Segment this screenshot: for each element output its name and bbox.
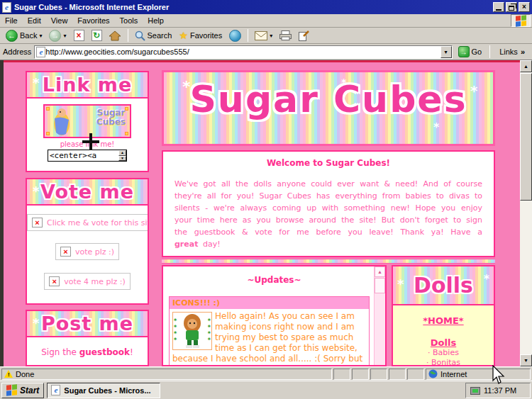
post-me-box: * Post me Sign the guestbook! bbox=[26, 310, 149, 366]
system-tray: 11:37 PM bbox=[465, 383, 531, 398]
task-button[interactable]: e Sugar Cubes - Micros... bbox=[47, 383, 160, 398]
post-me-title: Post me bbox=[41, 313, 133, 335]
restore-icon bbox=[509, 6, 514, 11]
sparkle-icon: * bbox=[484, 272, 489, 286]
link-code-field[interactable]: <center><a ▲ ▼ bbox=[48, 150, 127, 162]
refresh-icon: ↻ bbox=[92, 30, 102, 41]
update-post: ICONS!!! :) **** **** bbox=[169, 296, 370, 366]
ie-e-glyph: e bbox=[5, 4, 9, 11]
status-pane-empty bbox=[333, 369, 350, 380]
links-button[interactable]: Links » bbox=[495, 47, 529, 56]
updates-scrollbar[interactable]: ▲ bbox=[374, 266, 385, 365]
back-button[interactable]: ← Back ▾ bbox=[3, 29, 45, 43]
task-ie-icon: e bbox=[51, 385, 60, 395]
print-button[interactable] bbox=[277, 30, 294, 41]
status-pane-empty bbox=[389, 369, 406, 380]
rainbow-divider bbox=[162, 259, 495, 264]
taskbar: Start e Sugar Cubes - Micros... 11:37 PM bbox=[0, 381, 532, 399]
post-me-header: * Post me bbox=[27, 311, 148, 337]
update-post-title: ICONS!!! :) bbox=[170, 297, 369, 309]
scroll-up-icon[interactable]: ▲ bbox=[118, 150, 126, 156]
close-button[interactable]: × bbox=[519, 2, 530, 12]
dolls-title: Dolls bbox=[414, 273, 473, 298]
menu-file[interactable]: File bbox=[0, 15, 23, 26]
green-stars-icon: **** bbox=[174, 318, 177, 344]
guestbook-link[interactable]: guestbook bbox=[79, 347, 130, 357]
browser-scrollbar[interactable]: ▲ ▼ bbox=[520, 60, 532, 366]
doll-figure-icon bbox=[180, 313, 204, 349]
stop-button[interactable]: × bbox=[71, 29, 87, 42]
back-label: Back bbox=[20, 31, 37, 40]
favorites-star-icon: ★ bbox=[179, 30, 188, 41]
address-input[interactable] bbox=[45, 47, 440, 57]
forward-dropdown-icon[interactable]: ▾ bbox=[63, 33, 66, 39]
search-button[interactable]: Search bbox=[132, 30, 175, 42]
mail-dropdown-icon[interactable]: ▾ bbox=[270, 33, 272, 39]
favorites-button[interactable]: ★ Favorites bbox=[176, 29, 225, 42]
home-button[interactable] bbox=[106, 30, 124, 42]
go-icon: → bbox=[458, 46, 470, 57]
code-scrollbar[interactable]: ▲ ▼ bbox=[118, 150, 126, 161]
site-title: Sugar Cubes bbox=[164, 78, 493, 120]
menu-edit[interactable]: Edit bbox=[23, 15, 46, 26]
status-bar: ! Done Internet bbox=[0, 366, 532, 381]
security-zone-pane: Internet bbox=[426, 369, 531, 380]
edit-button[interactable] bbox=[296, 30, 312, 42]
vote-link-1[interactable]: × Click me & vote for this site plz! bbox=[27, 214, 149, 231]
vote-link-3[interactable]: × vote 4 me plz :) bbox=[44, 273, 131, 290]
home-link[interactable]: *HOME* bbox=[393, 315, 494, 326]
media-button[interactable] bbox=[226, 29, 244, 43]
scrollbar-up-icon[interactable]: ▲ bbox=[520, 60, 532, 72]
windows-logo bbox=[511, 14, 531, 27]
update-doll-icon: **** **** bbox=[172, 312, 212, 350]
restore-button[interactable] bbox=[506, 2, 517, 12]
address-dropdown-button[interactable]: ▾ bbox=[440, 46, 452, 58]
start-button[interactable]: Start bbox=[1, 383, 44, 398]
mail-button[interactable]: ▾ bbox=[252, 30, 275, 41]
search-icon bbox=[135, 30, 145, 41]
dolls-item-bonitas[interactable]: · Bonitas bbox=[393, 358, 494, 366]
vote-me-box: * Vote me × Click me & vote for this sit… bbox=[26, 178, 149, 305]
print-icon bbox=[279, 30, 292, 40]
vote-label: Click me & vote for this site plz! bbox=[47, 218, 149, 227]
sparkle-icon: * bbox=[33, 75, 39, 90]
welcome-paragraph: We've got all the dolls anyone could eve… bbox=[174, 178, 482, 250]
welcome-bold-text: great bbox=[174, 240, 198, 249]
vote-link-2[interactable]: × vote plz :) bbox=[55, 243, 119, 260]
forward-button[interactable]: → ▾ bbox=[46, 29, 69, 43]
zone-text: Internet bbox=[440, 370, 467, 378]
link-code-text[interactable]: <center><a bbox=[48, 150, 118, 161]
start-flag-icon bbox=[6, 384, 17, 396]
broken-image-icon: × bbox=[49, 276, 60, 286]
updates-scroll-up-icon[interactable]: ▲ bbox=[375, 266, 385, 277]
scrollbar-down-icon[interactable]: ▼ bbox=[520, 354, 532, 366]
menu-view[interactable]: View bbox=[46, 15, 73, 26]
sign-text: ! bbox=[130, 347, 133, 357]
menu-help[interactable]: Help bbox=[143, 15, 169, 26]
refresh-button[interactable]: ↻ bbox=[89, 29, 105, 42]
vote-label: vote 4 me plz :) bbox=[64, 277, 126, 286]
address-field[interactable]: e ▾ bbox=[34, 45, 452, 59]
clock[interactable]: 11:37 PM bbox=[484, 386, 516, 395]
scroll-down-icon[interactable]: ▼ bbox=[118, 156, 126, 162]
go-button[interactable]: → Go bbox=[455, 46, 485, 57]
browser-window: e Sugar Cubes - Microsoft Internet Explo… bbox=[0, 0, 532, 399]
stop-icon: × bbox=[74, 30, 84, 41]
dolls-item-babies[interactable]: · Babies bbox=[393, 348, 494, 358]
toolbar: ← Back ▾ → ▾ × ↻ Search ★ Favorites ▾ bbox=[0, 28, 532, 44]
scrollbar-thumb[interactable] bbox=[520, 73, 532, 201]
minimize-button[interactable] bbox=[493, 2, 504, 12]
updates-scroll-thumb[interactable] bbox=[375, 278, 385, 293]
menu-bar: File Edit View Favorites Tools Help bbox=[0, 14, 532, 28]
start-label: Start bbox=[20, 386, 39, 395]
back-dropdown-icon[interactable]: ▾ bbox=[39, 33, 42, 39]
menu-favorites[interactable]: Favorites bbox=[72, 15, 114, 26]
network-tray-icon[interactable] bbox=[470, 387, 480, 395]
link-me-header: * Link me bbox=[27, 72, 148, 99]
dolls-section-link[interactable]: Dolls bbox=[393, 337, 494, 348]
close-icon: × bbox=[522, 4, 526, 11]
broken-image-icon: × bbox=[32, 218, 43, 227]
menu-tools[interactable]: Tools bbox=[115, 15, 143, 26]
addressbar-separator bbox=[489, 45, 490, 58]
sign-guestbook-line: Sign the guestbook! bbox=[27, 347, 148, 357]
